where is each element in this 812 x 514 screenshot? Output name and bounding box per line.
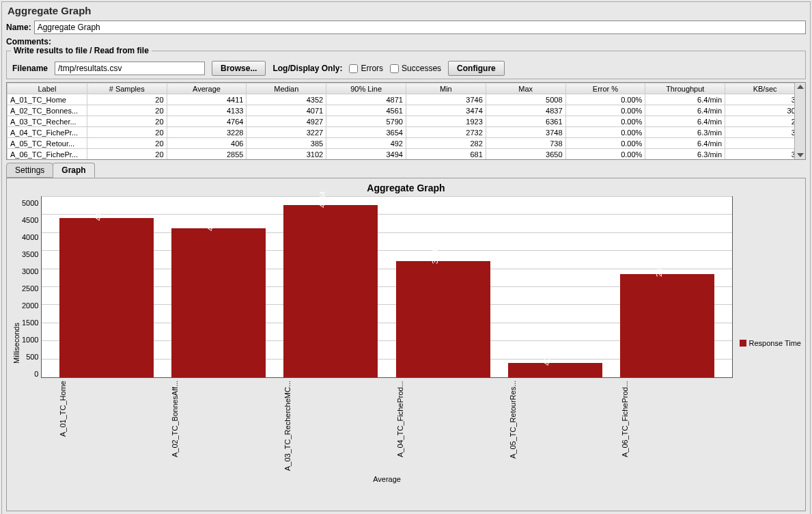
table-cell: 0.00%	[565, 94, 645, 105]
y-tick: 0	[34, 370, 38, 378]
table-cell: 4071	[247, 105, 326, 116]
table-cell: 738	[486, 138, 565, 149]
x-tick: A_06_TC_FicheProd...	[621, 381, 715, 474]
table-cell: 2.8	[725, 116, 805, 127]
table-cell: 4352	[247, 94, 326, 105]
x-tick: A_03_TC_RechercheMC...	[283, 381, 378, 474]
table-header[interactable]: Max	[486, 83, 565, 94]
name-input[interactable]	[34, 21, 806, 34]
table-header[interactable]: Label	[8, 83, 87, 94]
table-cell: 3.0	[725, 127, 805, 138]
errors-cb-label: Errors	[361, 64, 383, 73]
bar-value-label: 4133	[206, 214, 214, 230]
table-cell: 3654	[326, 127, 406, 138]
y-ticks: 5000450040003500300025002000150010005000	[22, 199, 41, 378]
table-header[interactable]: Throughput	[645, 83, 725, 94]
tab-graph[interactable]: Graph	[53, 163, 94, 178]
table-cell: A_04_TC_FichePr...	[8, 127, 87, 138]
table-row[interactable]: A_04_TC_FichePr...2032283227365427323748…	[8, 127, 805, 138]
bar-value-label: 2855	[655, 260, 663, 277]
table-cell: 0.00%	[565, 138, 645, 149]
table-cell: 0.00%	[565, 149, 645, 160]
name-label: Name:	[6, 23, 31, 32]
table-cell: 492	[326, 138, 406, 149]
x-ticks: A_01_TC_HomeA_02_TC_BonnesAff...A_03_TC_…	[41, 378, 732, 474]
table-cell: 3102	[247, 149, 326, 160]
bar-value-label: 4764	[318, 191, 326, 208]
table-cell: 3.1	[725, 94, 805, 105]
table-row[interactable]: A_06_TC_FichePr...2028553102349468136500…	[8, 149, 805, 160]
y-axis-label: Milliseconds	[11, 323, 22, 364]
table-cell: 20	[87, 149, 167, 160]
table-header[interactable]: # Samples	[87, 83, 167, 94]
table-row[interactable]: A_01_TC_Home20441143524871374650080.00%6…	[8, 94, 805, 105]
table-cell: 3746	[406, 94, 486, 105]
x-tick: A_05_TC_RetourRes...	[509, 381, 603, 474]
table-cell: A_06_TC_FichePr...	[8, 149, 87, 160]
logdisplay-label: Log/Display Only:	[272, 64, 342, 73]
table-cell: 0.00%	[565, 116, 645, 127]
y-tick: 500	[26, 353, 38, 361]
table-cell: 6.4/min	[645, 116, 725, 127]
table-cell: 20	[87, 94, 167, 105]
tab-settings[interactable]: Settings	[6, 163, 53, 178]
table-header[interactable]: KB/sec	[725, 83, 805, 94]
table-cell: 4837	[486, 105, 565, 116]
table-cell: 0.00%	[565, 105, 645, 116]
table-cell: 4133	[167, 105, 247, 116]
configure-button[interactable]: Configure	[448, 61, 505, 76]
table-row[interactable]: A_05_TC_Retour...204063854922827380.00%6…	[8, 138, 805, 149]
table-cell: 5790	[326, 116, 406, 127]
y-tick: 2000	[22, 301, 38, 310]
y-tick: 2500	[22, 284, 38, 293]
x-tick: A_02_TC_BonnesAff...	[171, 381, 265, 474]
table-scrollbar[interactable]	[794, 83, 805, 159]
browse-button[interactable]: Browse...	[212, 61, 266, 76]
errors-checkbox[interactable]	[349, 64, 358, 73]
table-row[interactable]: A_03_TC_Recher...20476449275790192363610…	[8, 116, 805, 127]
table-cell: 4871	[326, 94, 406, 105]
chart-bar: 406	[508, 363, 602, 377]
x-tick: A_04_TC_FicheProd...	[396, 381, 490, 474]
y-tick: 1500	[22, 319, 38, 327]
table-header[interactable]: 90% Line	[326, 83, 406, 94]
table-header[interactable]: Min	[406, 83, 486, 94]
table-row[interactable]: A_02_TC_Bonnes...20413340714561347448370…	[8, 105, 805, 116]
x-axis-label: Average	[41, 475, 732, 483]
table-cell: 4927	[247, 116, 326, 127]
table-cell: 3228	[167, 127, 247, 138]
chart-container: Aggregate Graph Milliseconds 50004500400…	[6, 178, 806, 511]
y-tick: 3500	[22, 250, 38, 258]
table-header[interactable]: Median	[247, 83, 326, 94]
file-section: Write results to file / Read from file F…	[6, 51, 806, 79]
successes-checkbox-wrap[interactable]: Successes	[390, 64, 441, 73]
table-cell: 30.5	[725, 105, 805, 116]
table-cell: 3474	[406, 105, 486, 116]
results-table-wrap: Label# SamplesAverageMedian90% LineMinMa…	[6, 82, 806, 160]
y-tick: 4500	[22, 216, 38, 224]
file-section-title: Write results to file / Read from file	[11, 46, 152, 55]
legend: Response Time	[733, 339, 801, 347]
table-cell: 6.4/min	[645, 105, 725, 116]
chart-bar: 4411	[59, 218, 154, 377]
table-cell: 282	[406, 138, 486, 149]
chart-title: Aggregate Graph	[11, 182, 801, 193]
table-header[interactable]: Average	[167, 83, 247, 94]
table-cell: 2855	[167, 149, 247, 160]
plot-area: 44114133476432284062855	[41, 196, 732, 378]
table-cell: 681	[406, 149, 486, 160]
filename-input[interactable]	[55, 62, 205, 75]
table-cell: 4561	[326, 105, 406, 116]
table-cell: 20	[87, 116, 167, 127]
table-cell: 20	[87, 138, 167, 149]
table-header[interactable]: Error %	[565, 83, 645, 94]
errors-checkbox-wrap[interactable]: Errors	[349, 64, 383, 73]
table-cell: A_02_TC_Bonnes...	[8, 105, 87, 116]
table-cell: 2732	[406, 127, 486, 138]
table-cell: 20	[87, 127, 167, 138]
table-cell: 3227	[247, 127, 326, 138]
tabs: Settings Graph	[6, 163, 806, 178]
x-tick: A_01_TC_Home	[59, 381, 153, 474]
successes-checkbox[interactable]	[390, 64, 399, 73]
chart-bar: 4764	[283, 205, 378, 377]
